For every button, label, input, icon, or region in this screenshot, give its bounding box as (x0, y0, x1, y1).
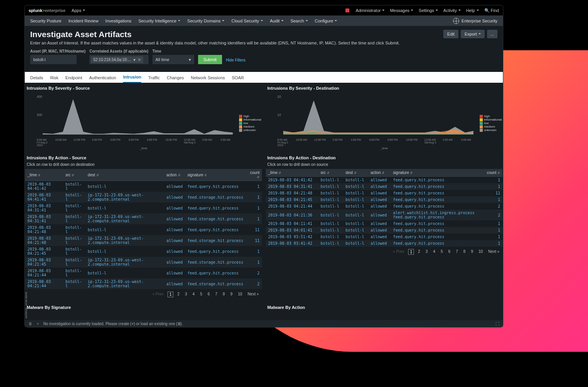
next-page[interactable]: Next » (246, 292, 260, 297)
more-button[interactable]: ... (487, 30, 497, 38)
page-4[interactable]: 4 (191, 292, 197, 297)
menu-investigations[interactable]: Investigations (105, 19, 131, 23)
page-3[interactable]: 3 (424, 249, 429, 255)
edit-button[interactable]: Edit (443, 30, 458, 38)
page-1[interactable]: 1 (408, 249, 414, 255)
page-8[interactable]: 8 (221, 292, 227, 297)
apps-menu[interactable]: Apps (72, 8, 85, 13)
hide-filters-link[interactable]: Hide Filters (226, 58, 246, 62)
list-icon[interactable]: ≣ (28, 322, 32, 326)
tab-traffic[interactable]: Traffic (148, 73, 160, 83)
expand-icon[interactable]: ⛶ (495, 322, 500, 326)
col-_time[interactable]: _time (25, 169, 63, 181)
remove-chip-icon[interactable]: ✕ (138, 58, 141, 62)
page-10[interactable]: 10 (236, 292, 244, 297)
col-src[interactable]: src (63, 169, 85, 181)
page-2[interactable]: 2 (416, 249, 422, 255)
asset-input[interactable] (30, 55, 77, 64)
page-4[interactable]: 4 (432, 249, 437, 255)
activity-menu[interactable]: Activity (443, 8, 461, 13)
tab-risk[interactable]: Risk (50, 73, 58, 83)
page-8[interactable]: 8 (462, 249, 467, 255)
page-7[interactable]: 7 (214, 292, 219, 297)
table-row[interactable]: 2019-08-03 04:11:41bstoll-lbstoll-lallow… (266, 220, 503, 227)
table-row[interactable]: 2019-08-03 03:51:42bstoll-lbstoll-lallow… (266, 234, 503, 240)
page-6[interactable]: 6 (447, 249, 452, 255)
col-count[interactable]: count (246, 169, 262, 181)
submit-button[interactable]: Submit (198, 55, 222, 64)
menu-incident-review[interactable]: Incident Review (68, 19, 99, 23)
col-signature[interactable]: signature (185, 169, 246, 181)
prev-page[interactable]: « Prev (391, 249, 406, 255)
chart-xlabel: _time (25, 147, 262, 150)
table-row[interactable]: 2019-08-03 04:21:48bstoll-lip-172-31-23-… (25, 235, 262, 246)
correlated-assets-field[interactable]: 52:10.218.54,0a:18:...▾✕ (89, 55, 148, 64)
menu-audit[interactable]: Audit (270, 19, 284, 23)
prev-page[interactable]: « Prev (151, 292, 165, 297)
chart-intrusions-severity-destination[interactable]: 2010 highinformationallowmediumunknown (266, 92, 503, 138)
page-5[interactable]: 5 (439, 249, 444, 255)
tab-authentication[interactable]: Authentication (89, 73, 116, 83)
chart-title-malware-sig: Malware By Signature (25, 303, 262, 311)
table-row[interactable]: 2019-08-03 04:21:45bstoll-lbstoll-lallow… (25, 246, 262, 257)
menu-security-intelligence[interactable]: Security Intelligence (138, 19, 180, 23)
find-link[interactable]: 🔍 Find (484, 8, 499, 13)
page-5[interactable]: 5 (198, 292, 204, 297)
menu-configure[interactable]: Configure (315, 19, 337, 23)
page-10[interactable]: 10 (477, 249, 484, 255)
table-row[interactable]: 2019-08-03 04:21:45bstoll-lbstoll-lallow… (266, 196, 503, 203)
page-7[interactable]: 7 (454, 249, 460, 255)
plus-icon[interactable]: + (36, 322, 40, 326)
col-dest[interactable]: dest (85, 169, 164, 181)
table-row[interactable]: 2019-08-03 04:21:44bstoll-lbstoll-lallow… (266, 203, 503, 210)
page-3[interactable]: 3 (183, 292, 189, 297)
chart-intrusions-severity-source[interactable]: 400200 highinformationallowmediumunknown (25, 92, 262, 138)
table-row[interactable]: 2019-08-03 04:41:42bstoll-lbstoll-lallow… (25, 181, 262, 192)
page-9[interactable]: 9 (469, 249, 475, 255)
tab-network-sessions[interactable]: Network Sessions (191, 73, 225, 83)
tab-soar[interactable]: SOAR (232, 73, 244, 83)
col-count[interactable]: count (483, 169, 503, 177)
table-row[interactable]: 2019-08-03 04:21:48bstoll-lbstoll-lallow… (25, 224, 262, 235)
table-row[interactable]: 2019-08-03 04:31:41bstoll-lip-172-31-23-… (25, 213, 262, 224)
col-action[interactable]: action (164, 169, 185, 181)
tab-changes[interactable]: Changes (167, 73, 184, 83)
table-row[interactable]: 2019-08-03 04:21:44bstoll-lip-172-31-23-… (25, 278, 262, 289)
tab-intrusion[interactable]: Intrusion (123, 72, 141, 83)
table-row[interactable]: 2019-08-03 04:21:48bstoll-lbstoll-lallow… (266, 190, 503, 196)
table-row[interactable]: 2019-08-03 03:41:42bstoll-lbstoll-lallow… (266, 240, 503, 247)
table-row[interactable]: 2019-08-03 04:21:45bstoll-lip-172-31-23-… (25, 257, 262, 268)
messages-menu[interactable]: Messages (390, 8, 413, 13)
time-dropdown[interactable]: All time▾ (152, 55, 194, 64)
page-2[interactable]: 2 (176, 292, 181, 297)
col-src[interactable]: src (318, 169, 344, 177)
table-row[interactable]: 2019-08-03 04:21:44bstoll-lbstoll-lallow… (25, 268, 262, 278)
menu-security-posture[interactable]: Security Posture (30, 19, 62, 23)
admin-menu[interactable]: Administrator (356, 8, 385, 13)
table-row[interactable]: 2019-08-03 04:31:41bstoll-lbstoll-lallow… (25, 203, 262, 213)
export-button[interactable]: Export (461, 30, 485, 38)
menu-search[interactable]: Search (291, 19, 308, 23)
col-signature[interactable]: signature (391, 169, 483, 177)
col-_time[interactable]: _time (266, 169, 318, 177)
table-row[interactable]: 2019-08-03 04:01:41bstoll-lbstoll-lallow… (266, 227, 503, 234)
menu-security-domains[interactable]: Security Domains (187, 19, 224, 23)
pagination-src: « Prev12345678910Next » (25, 289, 262, 300)
table-row[interactable]: 2019-08-03 04:41:41bstoll-lip-172-31-23-… (25, 192, 262, 203)
settings-menu[interactable]: Settings (419, 8, 438, 13)
table-row[interactable]: 2019-08-03 04:21:36bstoll-lbstoll-lallow… (266, 210, 503, 220)
page-9[interactable]: 9 (229, 292, 234, 297)
menu-cloud-security[interactable]: Cloud Security (231, 19, 263, 23)
tab-details[interactable]: Details (30, 73, 43, 83)
page-1[interactable]: 1 (168, 292, 174, 297)
page-6[interactable]: 6 (206, 292, 212, 297)
col-dest[interactable]: dest (343, 169, 368, 177)
next-page[interactable]: Next » (487, 249, 501, 255)
warning-icon[interactable] (345, 9, 349, 12)
help-menu[interactable]: Help (466, 8, 479, 13)
chevron-down-icon[interactable]: ▾ (133, 58, 135, 62)
table-row[interactable]: 2019-08-03 04:31:41bstoll-lbstoll-lallow… (266, 183, 503, 190)
tab-endpoint[interactable]: Endpoint (65, 73, 82, 83)
col-action[interactable]: action (368, 169, 391, 177)
table-row[interactable]: 2019-08-03 04:41:42bstoll-lbstoll-lallow… (266, 177, 503, 184)
